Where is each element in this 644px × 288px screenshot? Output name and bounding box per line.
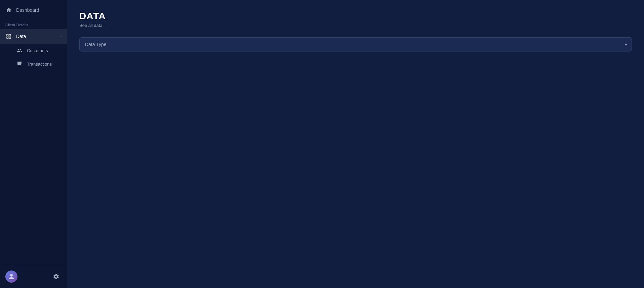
sidebar-item-transactions[interactable]: Transactions: [0, 57, 67, 71]
transactions-icon: [16, 61, 23, 67]
page-title: DATA: [79, 11, 632, 22]
settings-button[interactable]: [51, 271, 62, 282]
page-subtitle: See all data.: [79, 23, 632, 28]
customers-icon: [16, 47, 23, 54]
avatar[interactable]: [5, 271, 17, 283]
sidebar-dashboard-label: Dashboard: [16, 7, 62, 13]
data-type-select[interactable]: Data Type Customers Transactions: [79, 37, 632, 51]
sidebar-bottom: [0, 265, 67, 288]
main-content: DATA See all data. Data Type Customers T…: [67, 0, 644, 288]
sidebar: Dashboard Client Details Data ›: [0, 0, 67, 288]
data-chevron-icon: ›: [60, 34, 62, 39]
sidebar-transactions-label: Transactions: [27, 62, 52, 67]
sidebar-item-dashboard[interactable]: Dashboard: [0, 3, 67, 17]
svg-rect-1: [9, 34, 11, 36]
home-icon: [5, 7, 12, 13]
svg-rect-3: [7, 37, 8, 38]
sidebar-data-label: Data: [16, 34, 56, 39]
svg-rect-0: [7, 34, 8, 36]
data-icon: [5, 33, 12, 40]
sidebar-customers-label: Customers: [27, 48, 48, 53]
data-type-select-container: Data Type Customers Transactions ▾: [79, 37, 632, 51]
sidebar-item-customers[interactable]: Customers: [0, 44, 67, 57]
client-details-section-label: Client Details: [0, 17, 67, 29]
sidebar-nav: Dashboard Client Details Data ›: [0, 0, 67, 265]
svg-rect-2: [9, 37, 11, 38]
sidebar-item-data[interactable]: Data ›: [0, 29, 67, 44]
